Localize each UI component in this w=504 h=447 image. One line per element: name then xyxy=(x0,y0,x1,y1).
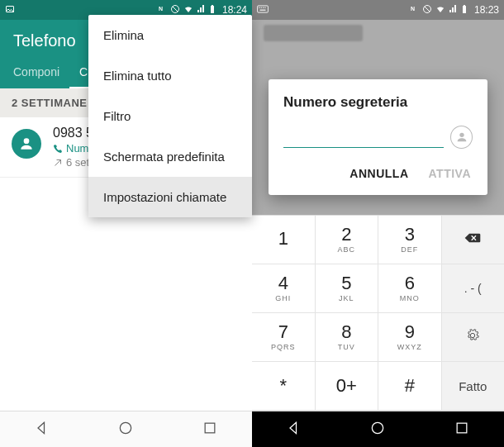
key-1[interactable]: 1 xyxy=(252,216,316,264)
svg-text:N: N xyxy=(411,6,415,12)
key-star[interactable]: * xyxy=(252,362,316,410)
svg-point-6 xyxy=(121,422,131,433)
screen-phone-app: N 18:24 Telefono Componi Ch 2 SETTIMANE … xyxy=(0,0,252,447)
svg-point-18 xyxy=(459,133,464,137)
gear-icon xyxy=(464,329,482,345)
svg-rect-13 xyxy=(260,10,266,11)
home-button[interactable] xyxy=(117,420,134,440)
menu-item-filter[interactable]: Filtro xyxy=(88,96,252,136)
dial-keypad: 1 2ABC 3DEF 4GHI 5JKL 6MNO . - ( 7PQRS 8… xyxy=(252,215,504,411)
clock: 18:23 xyxy=(474,4,499,16)
phone-icon xyxy=(53,144,63,154)
svg-rect-7 xyxy=(205,423,215,433)
tab-compose[interactable]: Componi xyxy=(3,57,69,88)
avatar-icon xyxy=(12,129,41,159)
nav-bar xyxy=(0,411,252,447)
svg-rect-4 xyxy=(212,5,213,6)
menu-item-delete[interactable]: Elimina xyxy=(88,15,252,55)
voicemail-dialog: Numero segreteria ANNULLA ATTIVA xyxy=(269,79,487,195)
recents-button[interactable] xyxy=(454,420,470,440)
svg-rect-16 xyxy=(463,6,466,13)
recents-button[interactable] xyxy=(202,420,218,440)
overflow-menu: Elimina Elimina tutto Filtro Schermata p… xyxy=(88,15,252,217)
svg-rect-9 xyxy=(259,7,259,8)
home-button[interactable] xyxy=(369,420,386,440)
key-settings[interactable] xyxy=(442,313,505,361)
key-5[interactable]: 5JKL xyxy=(316,264,379,312)
key-2[interactable]: 2ABC xyxy=(316,216,379,264)
status-bar: N 18:23 xyxy=(252,0,504,20)
back-button[interactable] xyxy=(34,420,50,440)
screen-voicemail-dialog: N 18:23 Numero segreteria ANNULLA ATTIVA xyxy=(252,0,504,447)
svg-rect-12 xyxy=(264,7,265,8)
svg-rect-11 xyxy=(263,7,264,8)
key-done[interactable]: Fatto xyxy=(442,362,505,410)
key-0[interactable]: 0+ xyxy=(316,362,379,410)
clock: 18:24 xyxy=(222,4,247,16)
image-icon xyxy=(5,4,15,17)
nfc-icon: N xyxy=(410,4,420,17)
signal-icon xyxy=(449,4,459,17)
dialog-title: Numero segreteria xyxy=(283,94,473,111)
menu-item-default-screen[interactable]: Schermata predefinita xyxy=(88,136,252,177)
key-4[interactable]: 4GHI xyxy=(252,264,316,312)
svg-rect-17 xyxy=(464,5,465,6)
back-button[interactable] xyxy=(286,420,302,440)
svg-point-5 xyxy=(24,138,30,144)
key-hash[interactable]: # xyxy=(378,362,442,410)
svg-point-19 xyxy=(373,422,383,433)
key-symbols[interactable]: . - ( xyxy=(442,264,505,312)
svg-text:N: N xyxy=(159,6,163,12)
key-3[interactable]: 3DEF xyxy=(378,216,442,264)
key-9[interactable]: 9WXYZ xyxy=(378,313,442,361)
key-7[interactable]: 7PQRS xyxy=(252,313,316,361)
pick-contact-button[interactable] xyxy=(450,126,473,149)
cancel-button[interactable]: ANNULLA xyxy=(348,160,410,187)
wifi-icon xyxy=(435,4,446,17)
confirm-button[interactable]: ATTIVA xyxy=(427,160,473,187)
svg-rect-8 xyxy=(258,6,269,12)
outgoing-icon xyxy=(53,158,63,168)
dialog-backdrop: Numero segreteria ANNULLA ATTIVA xyxy=(252,20,504,215)
key-6[interactable]: 6MNO xyxy=(378,264,442,312)
svg-rect-10 xyxy=(261,7,262,8)
battery-icon xyxy=(461,4,468,17)
key-8[interactable]: 8TUV xyxy=(316,313,379,361)
backspace-icon xyxy=(464,231,482,248)
keyboard-indicator-icon xyxy=(257,4,269,16)
menu-item-delete-all[interactable]: Elimina tutto xyxy=(88,55,252,96)
voicemail-number-input[interactable] xyxy=(283,126,444,148)
svg-rect-3 xyxy=(211,6,214,13)
menu-item-call-settings[interactable]: Impostazioni chiamate xyxy=(88,177,252,217)
key-backspace[interactable] xyxy=(442,216,505,264)
svg-rect-20 xyxy=(457,423,467,433)
nav-bar xyxy=(252,411,504,447)
dnd-icon xyxy=(422,4,432,17)
